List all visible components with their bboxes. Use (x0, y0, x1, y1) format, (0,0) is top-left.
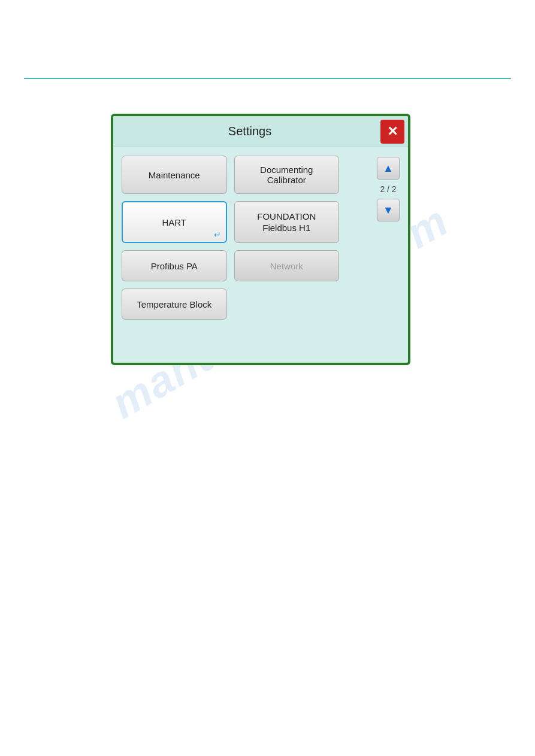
maintenance-button[interactable]: Maintenance (122, 156, 227, 194)
down-arrow-icon: ▼ (383, 204, 394, 217)
documenting-calibrator-button[interactable]: Documenting Calibrator (234, 156, 340, 194)
network-button[interactable]: Network (234, 250, 340, 281)
foundation-fieldbus-button[interactable]: FOUNDATION Fieldbus H1 (234, 201, 340, 243)
top-divider (24, 78, 511, 79)
nav-column: ▲ 2 / 2 ▼ (377, 157, 400, 221)
close-button[interactable]: ✕ (380, 120, 404, 144)
page-indicator: 2 / 2 (380, 184, 396, 194)
dialog-header: Settings ✕ (113, 116, 408, 147)
temperature-block-button[interactable]: Temperature Block (122, 289, 227, 320)
profibus-pa-button[interactable]: Profibus PA (122, 250, 227, 281)
scroll-down-button[interactable]: ▼ (377, 199, 400, 221)
dialog-title: Settings (228, 125, 271, 138)
buttons-grid: Maintenance Documenting Calibrator HART … (122, 156, 372, 320)
scroll-up-button[interactable]: ▲ (377, 157, 400, 180)
settings-dialog: Settings ✕ Maintenance Documenting Calib… (111, 114, 410, 365)
hart-button[interactable]: HART (122, 201, 227, 243)
up-arrow-icon: ▲ (383, 162, 394, 175)
